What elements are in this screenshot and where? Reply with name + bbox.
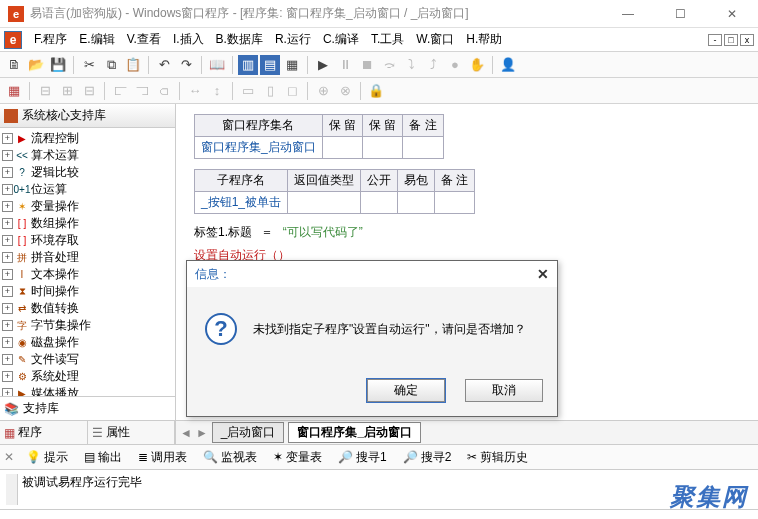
align-icon[interactable]: ⊟ [35,81,55,101]
tree-item[interactable]: +✎文件读写 [2,351,173,368]
cell[interactable] [322,137,362,159]
redo-icon[interactable]: ↷ [176,55,196,75]
tree-item[interactable]: +字字节集操作 [2,317,173,334]
cell[interactable] [361,192,398,214]
close-button[interactable]: ✕ [714,4,750,24]
tree-item[interactable]: +◉磁盘操作 [2,334,173,351]
cancel-button[interactable]: 取消 [465,379,543,402]
table-row[interactable]: _按钮1_被单击 [195,192,475,214]
save-icon[interactable]: 💾 [48,55,68,75]
cell[interactable] [288,192,361,214]
align3-icon[interactable]: ⊟ [79,81,99,101]
expand-icon[interactable]: + [2,252,13,263]
tree-item[interactable]: +?逻辑比较 [2,164,173,181]
size2-icon[interactable]: ▯ [260,81,280,101]
expand-icon[interactable]: + [2,235,13,246]
tab-clip[interactable]: ✂剪辑历史 [459,446,536,469]
table-row[interactable]: 窗口程序集_启动窗口 [195,137,444,159]
cell-procset-name[interactable]: 窗口程序集_启动窗口 [195,137,323,159]
panel2-icon[interactable]: ▤ [260,55,280,75]
menu-program[interactable]: F.程序 [28,29,73,50]
tree-item[interactable]: +▶流程控制 [2,130,173,147]
expand-icon[interactable]: + [2,388,13,396]
size3-icon[interactable]: ◻ [282,81,302,101]
run-icon[interactable]: ▶ [313,55,333,75]
tree-item[interactable]: +I文本操作 [2,266,173,283]
cell[interactable] [363,137,403,159]
expand-icon[interactable]: + [2,218,13,229]
minimize-button[interactable]: — [610,4,646,24]
expand-icon[interactable]: + [2,133,13,144]
mdi-min-icon[interactable]: - [708,34,722,46]
align6-icon[interactable]: ⫏ [154,81,174,101]
size1-icon[interactable]: ▭ [238,81,258,101]
breakpoint-icon[interactable]: ● [445,55,465,75]
tree-item[interactable]: +⚙系统处理 [2,368,173,385]
tab-tip[interactable]: 💡提示 [18,446,76,469]
tree-item[interactable]: +0+1位运算 [2,181,173,198]
menu-database[interactable]: B.数据库 [210,29,269,50]
tab-callstack[interactable]: ≣调用表 [130,446,195,469]
cut-icon[interactable]: ✂ [79,55,99,75]
tree-item[interactable]: +拼拼音处理 [2,249,173,266]
expand-icon[interactable]: + [2,184,13,195]
tree-item[interactable]: +✶变量操作 [2,198,173,215]
step-into-icon[interactable]: ⤵ [401,55,421,75]
mdi-max-icon[interactable]: □ [724,34,738,46]
sidebar-tab-property[interactable]: ☰ 属性 [88,421,176,444]
tab-watch[interactable]: 🔍监视表 [195,446,265,469]
expand-icon[interactable]: + [2,354,13,365]
tree-item[interactable]: +<<算术运算 [2,147,173,164]
hand-icon[interactable]: ✋ [467,55,487,75]
align4-icon[interactable]: ⫍ [110,81,130,101]
code-line-1[interactable]: 标签1.标题 ＝ “可以写代码了” [194,224,740,241]
expand-icon[interactable]: + [2,201,13,212]
maximize-button[interactable]: ☐ [662,4,698,24]
book-icon[interactable]: 📖 [207,55,227,75]
menu-edit[interactable]: E.编辑 [73,29,120,50]
mdi-close-icon[interactable]: x [740,34,754,46]
tab-vars[interactable]: ✶变量表 [265,446,330,469]
tree-item[interactable]: +[ ]环境存取 [2,232,173,249]
sidebar-tab-program[interactable]: ▦ 程序 [0,421,88,444]
pause-icon[interactable]: ⏸ [335,55,355,75]
tab-nav-left-icon[interactable]: ◄ [180,426,192,440]
paste-icon[interactable]: 📋 [123,55,143,75]
menu-window[interactable]: W.窗口 [410,29,460,50]
tab-search1[interactable]: 🔎搜寻1 [330,446,395,469]
center1-icon[interactable]: ⊕ [313,81,333,101]
tree-item[interactable]: +▶媒体播放 [2,385,173,396]
expand-icon[interactable]: + [2,286,13,297]
align5-icon[interactable]: ⫎ [132,81,152,101]
align2-icon[interactable]: ⊞ [57,81,77,101]
menu-compile[interactable]: C.编译 [317,29,365,50]
open-icon[interactable]: 📂 [26,55,46,75]
tab-output[interactable]: ▤输出 [76,446,130,469]
tree-item[interactable]: +⇄数值转换 [2,300,173,317]
expand-icon[interactable]: + [2,337,13,348]
form-icon[interactable]: ▦ [4,81,24,101]
copy-icon[interactable]: ⧉ [101,55,121,75]
expand-icon[interactable]: + [2,320,13,331]
cell-subproc-name[interactable]: _按钮1_被单击 [195,192,288,214]
menu-tools[interactable]: T.工具 [365,29,410,50]
panel1-icon[interactable]: ▥ [238,55,258,75]
expand-icon[interactable]: + [2,371,13,382]
step-over-icon[interactable]: ⤼ [379,55,399,75]
panel-close-icon[interactable]: ✕ [4,450,14,464]
lock-icon[interactable]: 🔒 [366,81,386,101]
panel3-icon[interactable]: ▦ [282,55,302,75]
cell[interactable] [398,192,435,214]
cell[interactable] [403,137,443,159]
menu-help[interactable]: H.帮助 [460,29,508,50]
undo-icon[interactable]: ↶ [154,55,174,75]
library-tree[interactable]: +▶流程控制+<<算术运算+?逻辑比较+0+1位运算+✶变量操作+[ ]数组操作… [0,128,175,396]
expand-icon[interactable]: + [2,167,13,178]
center2-icon[interactable]: ⊗ [335,81,355,101]
new-icon[interactable]: 🗎 [4,55,24,75]
tab-search2[interactable]: 🔎搜寻2 [395,446,460,469]
sidebar-footer[interactable]: 📚 支持库 [0,396,175,420]
menu-insert[interactable]: I.插入 [167,29,210,50]
cell[interactable] [435,192,475,214]
step-out-icon[interactable]: ⤴ [423,55,443,75]
